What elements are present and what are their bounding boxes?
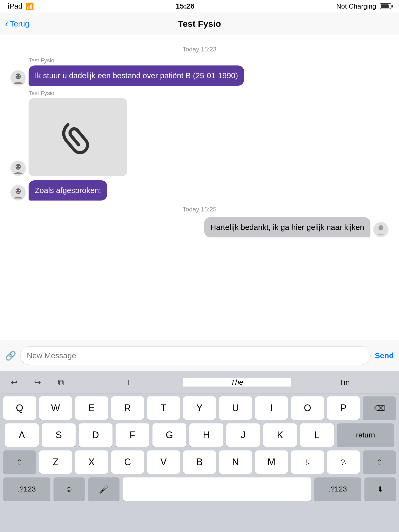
back-chevron-icon: ‹ (5, 19, 8, 29)
battery-icon (380, 3, 391, 9)
key-row-bottom: .?123 ☺ 🎤 .?123 ⬇ (3, 477, 396, 501)
shift-right-key[interactable]: ⇧ (363, 450, 396, 474)
suggestion-words: I The I'm (75, 378, 399, 387)
key-W[interactable]: W (39, 396, 72, 420)
redo-button[interactable]: ↪ (30, 375, 45, 390)
key-L[interactable]: L (300, 423, 334, 447)
avatar-attachment (10, 161, 26, 176)
svg-point-2 (16, 75, 17, 76)
sender-name-1: Test Fysio (29, 57, 391, 64)
key-V[interactable]: V (147, 450, 180, 474)
key-D[interactable]: D (79, 423, 112, 447)
svg-point-13 (378, 225, 383, 230)
keyboard: ↩ ↪ ⧉ I The I'm Q W E R T Y U I O P ⌫ A … (0, 371, 399, 532)
device-label: iPad (8, 2, 22, 10)
status-bar: iPad 📶 15:26 Not Charging (0, 0, 399, 12)
emoji-key[interactable]: ☺ (54, 477, 85, 501)
keyboard-suggestions: ↩ ↪ ⧉ I The I'm (0, 371, 399, 394)
svg-point-10 (16, 190, 17, 191)
nav-bar: ‹ Terug Test Fysio (0, 12, 399, 35)
undo-button[interactable]: ↩ (6, 375, 22, 390)
send-button[interactable]: Send (375, 351, 394, 360)
key-O[interactable]: O (291, 396, 324, 420)
svg-point-6 (16, 166, 17, 167)
key-T[interactable]: T (147, 396, 180, 420)
message-group-3: Zoals afgesproken: (8, 180, 391, 201)
bubble-1: Ik stuur u dadelijk een bestand over pat… (29, 65, 244, 86)
key-J[interactable]: J (226, 423, 260, 447)
key-S[interactable]: S (42, 423, 76, 447)
back-label: Terug (10, 19, 29, 28)
key-H[interactable]: H (189, 423, 223, 447)
message-group-4: Hartelijk bedankt, ik ga hier gelijk naa… (8, 217, 391, 237)
suggestion-Im[interactable]: I'm (291, 378, 399, 387)
back-button[interactable]: ‹ Terug (5, 19, 29, 29)
input-area: 🔗 Send (0, 340, 399, 371)
key-row-2: A S D F G H J K L return (3, 423, 396, 447)
svg-point-3 (19, 75, 20, 76)
shift-left-key[interactable]: ⇧ (3, 450, 36, 474)
svg-point-1 (16, 74, 21, 79)
space-key[interactable] (123, 477, 311, 501)
key-A[interactable]: A (5, 423, 39, 447)
suggestion-I[interactable]: I (75, 378, 183, 387)
svg-point-11 (19, 190, 20, 191)
status-right: Not Charging (336, 2, 391, 10)
bubble-4: Hartelijk bedankt, ik ga hier gelijk naa… (204, 217, 370, 237)
keyboard-rows: Q W E R T Y U I O P ⌫ A S D F G H J K L … (0, 394, 399, 501)
attach-button[interactable]: 🔗 (5, 350, 16, 361)
paperclip-icon (57, 116, 99, 158)
key-Q[interactable]: Q (3, 396, 36, 420)
message-row-3: Zoals afgesproken: (8, 180, 391, 201)
sender-name-attachment: Test Fysio (29, 90, 391, 97)
message-group-1: Test Fysio Ik stuur u dadelijk een besta… (8, 57, 391, 86)
key-C[interactable]: C (111, 450, 144, 474)
message-row-1: Ik stuur u dadelijk een bestand over pat… (8, 65, 391, 86)
timestamp-1: Today 15:23 (8, 46, 391, 53)
battery-label: Not Charging (336, 2, 376, 10)
message-row-4: Hartelijk bedankt, ik ga hier gelijk naa… (8, 217, 391, 237)
message-input[interactable] (20, 346, 371, 365)
avatar-1 (10, 70, 26, 86)
key-R[interactable]: R (111, 396, 144, 420)
key-Z[interactable]: Z (39, 450, 72, 474)
message-group-attachment: Test Fysio (8, 90, 391, 176)
timestamp-2: Today 15:25 (8, 206, 391, 213)
clipboard-button[interactable]: ⧉ (53, 375, 69, 390)
delete-key[interactable]: ⌫ (363, 396, 396, 420)
return-key[interactable]: return (337, 423, 394, 447)
key-G[interactable]: G (152, 423, 186, 447)
key-I[interactable]: I (255, 396, 288, 420)
status-left: iPad 📶 (8, 2, 34, 10)
nav-title: Test Fysio (178, 19, 221, 29)
key-K[interactable]: K (263, 423, 297, 447)
key-Y[interactable]: Y (183, 396, 216, 420)
wifi-icon: 📶 (25, 2, 34, 10)
num-left-key[interactable]: .?123 (3, 477, 50, 501)
key-exclaim[interactable]: !, (291, 450, 324, 474)
svg-point-5 (16, 164, 21, 170)
key-P[interactable]: P (327, 396, 360, 420)
key-row-1: Q W E R T Y U I O P ⌫ (3, 396, 396, 420)
keyboard-controls: ↩ ↪ ⧉ (0, 375, 75, 390)
key-B[interactable]: B (183, 450, 216, 474)
key-M[interactable]: M (255, 450, 288, 474)
key-N[interactable]: N (219, 450, 252, 474)
key-X[interactable]: X (75, 450, 108, 474)
key-U[interactable]: U (219, 396, 252, 420)
avatar-3 (10, 185, 26, 201)
key-E[interactable]: E (75, 396, 108, 420)
status-time: 15:26 (176, 2, 195, 10)
key-question[interactable]: ?. (327, 450, 360, 474)
attachment-bubble[interactable] (29, 98, 127, 176)
bubble-3: Zoals afgesproken: (29, 180, 107, 201)
key-row-3: ⇧ Z X C V B N M !, ?. ⇧ (3, 450, 396, 474)
key-F[interactable]: F (116, 423, 149, 447)
chat-area: Today 15:23 Test Fysio Ik stuur u dadeli… (0, 35, 399, 340)
avatar-sent (373, 222, 389, 237)
keyboard-hide-key[interactable]: ⬇ (364, 477, 396, 501)
suggestion-The[interactable]: The (183, 378, 291, 387)
num-right-key[interactable]: .?123 (314, 477, 362, 501)
mic-key[interactable]: 🎤 (88, 477, 119, 501)
svg-point-7 (19, 166, 20, 167)
